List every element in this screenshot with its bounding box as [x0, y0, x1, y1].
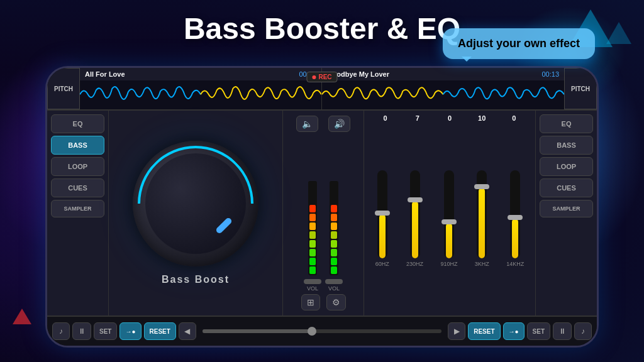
- eq-sliders-row: 60HZ 230HZ 910HZ: [369, 126, 530, 312]
- track-section: All For Love 00:11: [80, 68, 564, 109]
- right-panel: EQ BASS LOOP CUES SAMPLER: [535, 111, 597, 315]
- top-waveform-bar: PITCH All For Love 00:11: [47, 68, 597, 111]
- left-cues-button[interactable]: CUES: [51, 178, 104, 197]
- vu-icons-row: 🔈 🔊: [296, 116, 350, 132]
- arrow-rec-right[interactable]: →●: [503, 322, 525, 340]
- vol-left-label: VOL: [307, 285, 318, 292]
- reset-left[interactable]: RESET: [144, 322, 176, 340]
- right-bass-button[interactable]: BASS: [540, 136, 593, 155]
- eq-value-4: 0: [501, 114, 526, 122]
- arrow-right[interactable]: ▶: [448, 322, 465, 340]
- tooltip-text: Adjust your own effect: [458, 37, 580, 50]
- eq-freq-3: 3KHZ: [475, 261, 489, 267]
- vu-bar-right: [330, 181, 338, 275]
- knob-outer[interactable]: [133, 141, 258, 266]
- progress-fill: [203, 329, 310, 333]
- music-note-left[interactable]: ♪: [52, 322, 70, 340]
- eq-value-3: 10: [469, 114, 494, 122]
- eq-freq-2: 910HZ: [440, 261, 457, 267]
- right-loop-button[interactable]: LOOP: [540, 157, 593, 176]
- left-track-info: All For Love 00:11: [80, 68, 321, 80]
- volume-up-button[interactable]: 🔊: [328, 116, 350, 132]
- rec-button[interactable]: REC: [306, 72, 337, 82]
- eq-value-1: 7: [405, 114, 430, 122]
- left-panel: EQ BASS LOOP CUES SAMPLER: [47, 111, 109, 315]
- left-waveform[interactable]: [80, 80, 321, 109]
- arrow-left[interactable]: ◀: [179, 322, 196, 340]
- knob-inner: [145, 153, 246, 254]
- progress-thumb[interactable]: [308, 327, 316, 336]
- left-sampler-button[interactable]: SAMPLER: [51, 200, 104, 217]
- arrow-rec-left[interactable]: →●: [119, 322, 141, 340]
- rec-label: REC: [318, 74, 331, 80]
- main-content: EQ BASS LOOP CUES SAMPLER Bass Boost 🔈: [47, 111, 597, 315]
- eq-slider-track-0[interactable]: [377, 170, 387, 258]
- right-waveform[interactable]: [322, 80, 564, 109]
- pause-right[interactable]: ⏸: [553, 322, 572, 340]
- eq-panel: 0 7 0 10 0 60HZ: [364, 111, 535, 315]
- deco-triangle-3: [13, 309, 31, 324]
- right-eq-button[interactable]: EQ: [540, 114, 593, 133]
- settings-icon-button[interactable]: ⚙: [326, 294, 346, 310]
- right-track-info: Goodbye My Lover 00:13: [322, 68, 564, 80]
- vol-slider-right[interactable]: [325, 279, 343, 284]
- volume-down-button[interactable]: 🔈: [296, 116, 318, 132]
- eq-slider-230hz: 230HZ: [406, 170, 423, 267]
- reset-right[interactable]: RESET: [468, 322, 500, 340]
- progress-bar[interactable]: [203, 329, 441, 333]
- tooltip-bubble: Adjust your own effect: [443, 28, 595, 59]
- eq-value-2: 0: [437, 114, 462, 122]
- left-bass-button[interactable]: BASS: [51, 136, 104, 155]
- set-left[interactable]: SET: [94, 322, 117, 340]
- eq-slider-track-1[interactable]: [410, 170, 420, 258]
- vol-slider-left[interactable]: [304, 279, 321, 284]
- set-right[interactable]: SET: [527, 322, 550, 340]
- eq-freq-1: 230HZ: [406, 261, 423, 267]
- right-cues-button[interactable]: CUES: [540, 178, 593, 197]
- pause-left[interactable]: ⏸: [72, 322, 91, 340]
- right-sampler-button[interactable]: SAMPLER: [540, 200, 593, 217]
- phone-frame: PITCH All For Love 00:11: [45, 66, 599, 348]
- eq-slider-track-2[interactable]: [444, 170, 454, 258]
- vol-right-label: VOL: [328, 285, 340, 292]
- left-pitch-button[interactable]: PITCH: [47, 68, 80, 109]
- vu-meter-area: 🔈 🔊: [282, 111, 364, 315]
- right-pitch-button[interactable]: PITCH: [564, 68, 597, 109]
- eq-value-0: 0: [373, 114, 398, 122]
- eq-freq-0: 60HZ: [375, 261, 389, 267]
- left-track-name: All For Love: [85, 70, 125, 78]
- eq-slider-track-4[interactable]: [510, 170, 520, 258]
- center-knob-area: Bass Boost: [109, 111, 282, 315]
- grid-icon-button[interactable]: ⊞: [301, 294, 320, 310]
- eq-slider-3khz: 3KHZ: [475, 170, 489, 267]
- left-eq-button[interactable]: EQ: [51, 114, 104, 133]
- bass-knob[interactable]: [133, 141, 258, 266]
- rec-dot: [312, 75, 316, 79]
- eq-slider-910hz: 910HZ: [440, 170, 457, 267]
- right-track: Goodbye My Lover 00:13: [322, 68, 564, 109]
- eq-slider-14khz: 14KHZ: [506, 170, 524, 267]
- right-track-time: 00:13: [541, 70, 559, 78]
- eq-freq-4: 14KHZ: [506, 261, 524, 267]
- bass-boost-label: Bass Boost: [162, 274, 230, 285]
- music-note-right[interactable]: ♪: [574, 322, 592, 340]
- vu-bar-left: [308, 181, 317, 275]
- left-loop-button[interactable]: LOOP: [51, 157, 104, 176]
- eq-slider-track-3[interactable]: [477, 170, 487, 258]
- transport-bar: ♪ ⏸ SET →● RESET ◀ ▶ RESET →● SET ⏸ ♪: [47, 315, 597, 346]
- left-track: All For Love 00:11: [80, 68, 322, 109]
- knob-indicator: [215, 217, 233, 234]
- eq-values-row: 0 7 0 10 0: [369, 114, 530, 122]
- eq-slider-60hz: 60HZ: [375, 170, 389, 267]
